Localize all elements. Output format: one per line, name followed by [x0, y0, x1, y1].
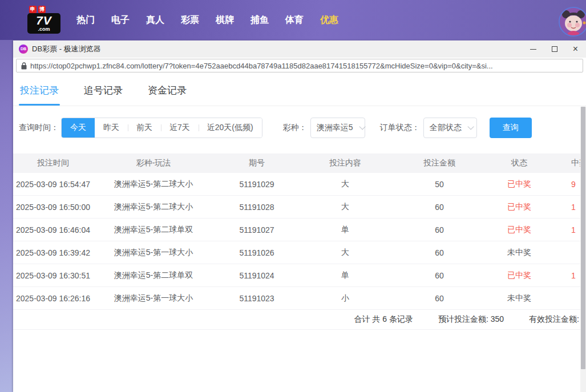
lottery-select[interactable]: 澳洲幸运5 [310, 118, 365, 138]
maximize-icon [552, 46, 557, 52]
status-filter-label: 订单状态： [380, 123, 420, 133]
status-select-value: 全部状态 [430, 123, 462, 133]
filter-bar: 查询时间： 今天昨天前天近7天近20天(低频) 彩种： 澳洲幸运5 订单状态： … [19, 118, 586, 138]
bet-amount-cell: 60 [391, 271, 488, 280]
nav-item-棋牌[interactable]: 棋牌 [216, 14, 234, 26]
window-title-bar: DB DB彩票 - 极速浏览器 × [13, 41, 586, 58]
bet-content-cell: 单 [300, 270, 391, 281]
address-input[interactable]: https://ctop02pchwp1.zfnc84.com/lottery/… [16, 59, 583, 72]
issue-number-cell: 51191029 [214, 180, 300, 189]
query-button[interactable]: 查询 [490, 118, 532, 138]
issue-number-cell: 51191027 [214, 225, 300, 235]
chevron-down-icon [467, 123, 474, 130]
vertical-scrollbar[interactable] [580, 107, 586, 392]
issue-number-cell: 51191023 [214, 294, 300, 303]
tab-投注记录[interactable]: 投注记录 [20, 84, 59, 106]
bet-time-cell: 2025-03-09 16:26:16 [13, 294, 93, 303]
nav-item-捕鱼[interactable]: 捕鱼 [250, 14, 269, 26]
site-logo[interactable]: 申 博 7V .com [27, 7, 60, 34]
status-badge: 已中奖 [488, 225, 551, 235]
time-option-近7天[interactable]: 近7天 [161, 118, 199, 138]
status-badge: 已中奖 [488, 179, 551, 189]
bet-amount-cell: 60 [391, 225, 488, 235]
avatar[interactable] [559, 7, 586, 37]
time-option-近20天(低频)[interactable]: 近20天(低频) [199, 118, 262, 138]
logo-suffix: .com [27, 27, 60, 32]
bet-content-cell: 小 [300, 293, 391, 304]
time-option-前天[interactable]: 前天 [128, 118, 161, 138]
nav-item-电子[interactable]: 电子 [111, 14, 130, 26]
status-badge: 未中奖 [488, 293, 551, 304]
bet-amount-cell: 60 [391, 294, 488, 303]
nav-item-真人[interactable]: 真人 [146, 14, 164, 26]
column-header: 状态 [488, 158, 551, 168]
table-body: 2025-03-09 16:54:47澳洲幸运5-第二球大小51191029大5… [13, 173, 586, 310]
bet-time-cell: 2025-03-09 16:39:42 [13, 248, 93, 257]
window-controls: × [523, 41, 586, 58]
tab-资金记录[interactable]: 资金记录 [148, 84, 187, 106]
minimize-button[interactable] [523, 41, 544, 58]
bet-time-cell: 2025-03-09 16:46:04 [13, 225, 93, 235]
table-row: 2025-03-09 16:26:16澳洲幸运5-第一球大小51191023小6… [13, 287, 586, 310]
active-tab-underline [19, 104, 60, 106]
column-header: 投注内容 [300, 158, 391, 168]
table-row: 2025-03-09 16:50:00澳洲幸运5-第二球大小51191028大6… [13, 196, 586, 219]
table-summary-row: 合计 共 6 条记录 预计投注金额: 350 有效投注金额: [13, 310, 586, 330]
game-play-cell: 澳洲幸运5-第二球单双 [93, 225, 214, 235]
time-option-昨天[interactable]: 昨天 [95, 118, 128, 138]
summary-total-records: 合计 共 6 条记录 [354, 314, 413, 325]
close-button[interactable]: × [565, 41, 586, 58]
lottery-select-value: 澳洲幸运5 [317, 123, 353, 133]
url-text: https://ctop02pchwp1.zfnc84.com/lottery/… [30, 62, 493, 70]
bet-time-cell: 2025-03-09 16:30:51 [13, 271, 93, 280]
time-option-今天[interactable]: 今天 [62, 118, 95, 138]
bet-records-table: 投注时间彩种-玩法期号投注内容投注金额状态中奖金额 2025-03-09 16:… [13, 153, 586, 330]
lottery-filter-label: 彩种： [283, 123, 307, 133]
summary-expected-amount: 预计投注金额: 350 [438, 314, 504, 325]
logo-text: 7V [27, 14, 60, 27]
avatar-image [560, 8, 586, 35]
lock-icon [21, 62, 27, 70]
table-row: 2025-03-09 16:30:51澳洲幸运5-第二球单双51191024单6… [13, 264, 586, 287]
bet-content-cell: 大 [300, 179, 391, 189]
table-header-row: 投注时间彩种-玩法期号投注内容投注金额状态中奖金额 [13, 153, 586, 173]
status-badge: 未中奖 [488, 248, 551, 258]
nav-item-彩票[interactable]: 彩票 [181, 14, 199, 26]
table-row: 2025-03-09 16:46:04澳洲幸运5-第二球单双51191027单6… [13, 219, 586, 241]
column-header: 投注时间 [13, 158, 93, 168]
status-badge: 已中奖 [488, 202, 551, 212]
tab-追号记录[interactable]: 追号记录 [84, 84, 123, 106]
bet-content-cell: 单 [300, 225, 391, 235]
page-content: 投注记录追号记录资金记录 查询时间： 今天昨天前天近7天近20天(低频) 彩种：… [13, 74, 586, 392]
nav-item-优惠[interactable]: 优惠 [320, 14, 338, 26]
table-row: 2025-03-09 16:54:47澳洲幸运5-第二球大小51191029大5… [13, 173, 586, 196]
logo-badge-right: 博 [38, 6, 46, 13]
bet-time-cell: 2025-03-09 16:50:00 [13, 203, 93, 212]
scrollbar-thumb[interactable] [581, 107, 585, 369]
nav-item-热门[interactable]: 热门 [76, 14, 95, 26]
bet-amount-cell: 50 [391, 180, 488, 189]
minimize-icon [530, 49, 536, 50]
nav-item-体育[interactable]: 体育 [285, 14, 304, 26]
column-header: 期号 [214, 158, 300, 168]
maximize-button[interactable] [544, 41, 565, 58]
issue-number-cell: 51191026 [214, 248, 300, 257]
url-bar: https://ctop02pchwp1.zfnc84.com/lottery/… [13, 58, 586, 74]
summary-valid-amount: 有效投注金额: [529, 314, 579, 325]
issue-number-cell: 51191028 [214, 203, 300, 212]
time-filter-label: 查询时间： [19, 123, 59, 133]
app-icon: DB [19, 45, 28, 54]
order-status-select[interactable]: 全部状态 [423, 118, 477, 138]
bet-amount-cell: 60 [391, 248, 488, 257]
game-play-cell: 澳洲幸运5-第二球单双 [93, 270, 214, 281]
game-play-cell: 澳洲幸运5-第一球大小 [93, 248, 214, 258]
chevron-down-icon [359, 123, 365, 130]
bet-amount-cell: 60 [391, 203, 488, 212]
logo-badges: 申 博 [29, 6, 46, 13]
game-play-cell: 澳洲幸运5-第一球大小 [93, 293, 214, 304]
window-title: DB彩票 - 极速浏览器 [32, 44, 523, 54]
time-range-group: 今天昨天前天近7天近20天(低频) [61, 118, 262, 138]
browser-window: DB DB彩票 - 极速浏览器 × https://ctop02pchwp1.z… [13, 41, 586, 392]
logo-box: 7V .com [27, 13, 60, 34]
status-badge: 已中奖 [488, 270, 551, 281]
